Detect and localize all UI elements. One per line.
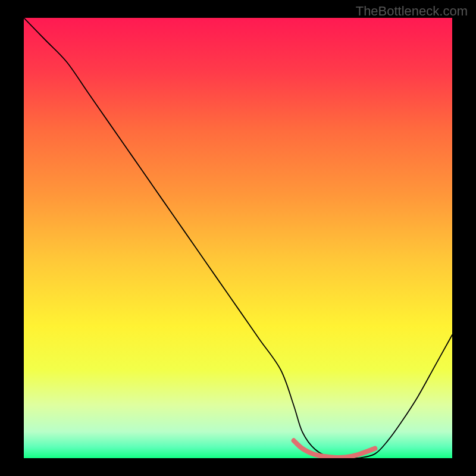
chart-svg: [24, 18, 452, 458]
bottleneck-curve: [24, 18, 452, 458]
watermark-text: TheBottleneck.com: [356, 4, 468, 19]
optimal-band: [294, 440, 375, 458]
plot-area: [24, 18, 452, 458]
